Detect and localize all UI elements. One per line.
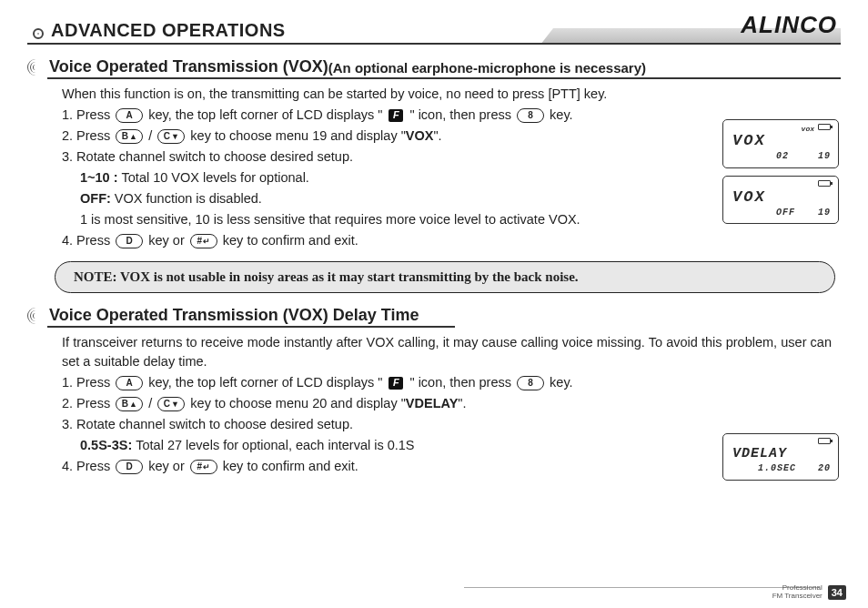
key-label: C [164, 400, 170, 409]
key-label: # [197, 462, 202, 471]
lcd-menu-num: 20 [818, 462, 831, 476]
text: key or [148, 233, 188, 248]
vdelay-step-4: 4. Press D key or #↵ key to confirm and … [62, 457, 832, 476]
text: ". [458, 396, 466, 410]
key-d-icon: D [116, 234, 143, 248]
vox-body: When this function is on, the transmitti… [62, 85, 832, 250]
page-footer: Professional FM Transceiver 34 [772, 584, 846, 601]
lcd-vox-on: vox VOX 0219 [722, 119, 839, 168]
heading-rule [47, 326, 455, 328]
text: key to confirm and exit. [223, 233, 358, 248]
vox-note: NOTE: VOX is not usable in noisy areas a… [55, 261, 835, 293]
text: key to confirm and exit. [223, 459, 358, 473]
page-title: ADVANCED OPERATIONS [51, 20, 286, 45]
text: 2. Press [62, 396, 114, 410]
text: 4. Press [62, 233, 114, 248]
lcd-vdelay: VDELAY 1.0SEC20 [722, 433, 839, 481]
footer-text: Professional FM Transceiver [772, 584, 823, 601]
key-b-up-icon: B▲ [116, 397, 143, 411]
lcd-value: OFF [776, 207, 795, 220]
text: key. [550, 375, 573, 390]
vox-section: Voice Operated Transmission (VOX) (An op… [27, 57, 841, 293]
text: " icon, then press [409, 375, 515, 390]
vox-step-1: 1. Press A key, the top left corner of L… [62, 106, 832, 125]
f-indicator-icon: F [389, 109, 403, 122]
menu-name: VOX [406, 128, 434, 143]
key-c-down-icon: C▼ [157, 397, 185, 411]
text: key, the top left corner of LCD displays… [148, 375, 386, 390]
key-a-icon: A [116, 376, 143, 390]
vox-lcd-stack: vox VOX 0219 VOX OFF19 [722, 119, 839, 224]
lcd-menu-num: 19 [818, 150, 831, 164]
vdelay-step-2: 2. Press B▲ / C▼ key to choose menu 20 a… [62, 394, 832, 413]
battery-icon [818, 180, 831, 187]
vdelay-heading: Voice Operated Transmission (VOX) Delay … [27, 306, 455, 328]
key-label: B [122, 400, 128, 409]
text: " icon, then press [409, 107, 515, 122]
text: key to choose menu 19 and display " [190, 128, 406, 143]
vox-level-range: 1~10 : Total 10 VOX levels for optional. [80, 168, 832, 187]
heading-rule [47, 77, 841, 79]
vdelay-range: 0.5S-3S: Total 27 levels for optional, e… [80, 436, 832, 455]
f-indicator-icon: F [389, 377, 403, 390]
key-a-icon: A [116, 108, 143, 123]
text: key, the top left corner of LCD displays… [148, 107, 386, 122]
text: Total 27 levels for optional, each inter… [136, 438, 414, 452]
range-label: 0.5S-3S: [80, 438, 136, 452]
lcd-main: VOX [732, 189, 831, 205]
lcd-main: VDELAY [732, 447, 831, 461]
lcd-value: 1.0SEC [758, 462, 796, 476]
vox-subtitle: (An optional earphone-microphone is nece… [328, 60, 646, 76]
vox-sensitivity-note: 1 is most sensitive, 10 is less sensitiv… [80, 210, 832, 229]
footer-line2: FM Transceiver [772, 593, 823, 601]
vdelay-body: If transceiver returns to receive mode i… [62, 333, 832, 476]
key-8-icon: 8 [517, 108, 544, 123]
page-number: 34 [828, 585, 846, 600]
key-label: B [122, 132, 128, 141]
vdelay-step-1: 1. Press A key, the top left corner of L… [62, 373, 832, 392]
key-label: C [164, 132, 170, 141]
key-8-icon: 8 [517, 376, 544, 390]
key-b-up-icon: B▲ [116, 129, 143, 144]
vdelay-section: Voice Operated Transmission (VOX) Delay … [27, 306, 841, 476]
text: 4. Press [62, 459, 114, 473]
bullet-icon [33, 28, 44, 39]
vdelay-title: Voice Operated Transmission (VOX) Delay … [49, 306, 419, 326]
text: ". [433, 128, 441, 143]
key-hash-icon: #↵ [190, 460, 217, 474]
battery-icon [818, 124, 831, 130]
text: key to choose menu 20 and display " [190, 396, 406, 410]
vdelay-intro: If transceiver returns to receive mode i… [62, 333, 832, 371]
lcd-vox-off: VOX OFF19 [722, 176, 839, 225]
text: key. [550, 107, 573, 122]
text: key or [148, 459, 188, 473]
vox-heading: Voice Operated Transmission (VOX) (An op… [27, 57, 841, 79]
key-hash-icon: #↵ [190, 234, 217, 248]
key-d-icon: D [116, 460, 143, 474]
vdelay-step-3: 3. Rotate channel switch to choose desir… [62, 415, 832, 434]
key-c-down-icon: C▼ [157, 129, 185, 144]
vox-indicator-icon: vox [802, 124, 814, 133]
vox-off-note: OFF: VOX function is disabled. [80, 189, 832, 208]
vox-step-2: 2. Press B▲ / C▼ key to choose menu 19 a… [62, 127, 832, 146]
menu-name: VDELAY [406, 396, 458, 410]
vox-step-4: 4. Press D key or #↵ key to confirm and … [62, 231, 832, 250]
text: 1. Press [62, 107, 114, 122]
text: VOX function is disabled. [115, 191, 262, 206]
header-rule [27, 43, 841, 45]
key-label: # [197, 237, 202, 246]
broadcast-icon [27, 59, 44, 76]
text: Total 10 VOX levels for optional. [122, 170, 309, 185]
brand-logo: ALINCO [741, 11, 841, 39]
broadcast-icon [27, 308, 44, 324]
vox-step-3: 3. Rotate channel switch to choose desir… [62, 147, 832, 167]
vox-title: Voice Operated Transmission (VOX) [49, 57, 328, 77]
text: / [148, 128, 152, 143]
lcd-value: 02 [776, 150, 789, 164]
page-header: ADVANCED OPERATIONS ALINCO [27, 20, 841, 45]
footer-rule [464, 587, 819, 588]
text: / [148, 396, 152, 410]
vox-intro: When this function is on, the transmitti… [62, 85, 832, 104]
range-label: 1~10 : [80, 170, 122, 185]
text: 1. Press [62, 375, 114, 390]
